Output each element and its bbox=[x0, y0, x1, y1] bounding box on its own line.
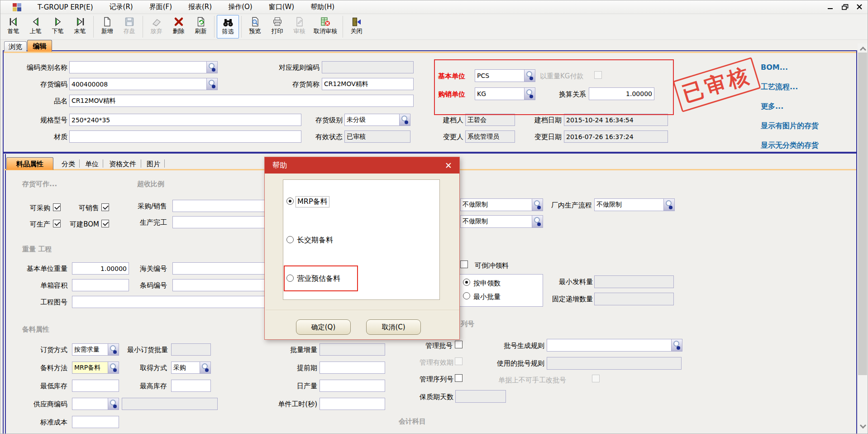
lookup-icon[interactable] bbox=[399, 114, 410, 125]
lookup-icon[interactable] bbox=[206, 78, 217, 90]
manage-serial-checkbox[interactable] bbox=[455, 374, 463, 382]
toolbar-cancel-audit-button[interactable]: 取消审核 bbox=[310, 15, 340, 39]
toolbar-delete-button[interactable]: 删除 bbox=[167, 15, 190, 39]
subtab-material-props[interactable]: 料品属性 bbox=[6, 157, 53, 170]
minimize-icon[interactable] bbox=[827, 4, 834, 10]
unit-hours-field[interactable] bbox=[320, 398, 385, 410]
modifier-field: 系统管理员 bbox=[465, 130, 515, 143]
dialog-option-longterm-label[interactable]: 长交期备料 bbox=[297, 236, 333, 245]
prepare-method-field[interactable]: MRP备料 bbox=[72, 362, 119, 374]
toolbar-next-button[interactable]: 下笔 bbox=[47, 15, 69, 39]
dialog-option-mrp-radio[interactable] bbox=[286, 198, 294, 205]
tab-browse[interactable]: 浏览 bbox=[4, 41, 27, 52]
purchasable-checkbox[interactable] bbox=[53, 203, 61, 211]
dialog-option-forecast-label[interactable]: 营业预估备料 bbox=[297, 274, 340, 284]
no-manual-batch-label: 单据上不可手工改批号 bbox=[498, 376, 589, 384]
more-link[interactable]: 更多... bbox=[761, 102, 783, 111]
material-field[interactable] bbox=[69, 130, 301, 143]
product-name-field[interactable]: CR12MOV精料 bbox=[69, 95, 414, 107]
lookup-icon[interactable] bbox=[200, 362, 210, 373]
toolbar-preview-button[interactable]: 预览 bbox=[244, 15, 266, 39]
shelf-life-field[interactable] bbox=[455, 390, 506, 403]
subtab-qualification[interactable]: 资格文件 bbox=[105, 160, 140, 168]
toolbar-filter-button[interactable]: 筛选 bbox=[217, 15, 239, 39]
acquire-mode-field[interactable]: 采购 bbox=[171, 362, 211, 374]
inventory-code-field[interactable]: 400400008 bbox=[69, 78, 218, 90]
menu-operate[interactable]: 操作(O) bbox=[228, 3, 253, 11]
toolbar-add-button[interactable]: 新增 bbox=[96, 15, 118, 39]
inventory-short-field[interactable]: CR12MOV精料 bbox=[322, 78, 414, 90]
lookup-icon[interactable] bbox=[532, 216, 543, 227]
close-window-icon[interactable] bbox=[856, 4, 863, 10]
menu-app[interactable]: T-GROUP ERP(E) bbox=[38, 3, 93, 11]
modify-date-label: 变更日期 bbox=[528, 133, 562, 141]
dialog-option-longterm-radio[interactable] bbox=[286, 236, 294, 243]
min-stock-field[interactable] bbox=[72, 380, 119, 392]
supplier-name-field bbox=[122, 398, 218, 410]
menu-window[interactable]: 窗口(W) bbox=[269, 3, 295, 11]
manage-batch-checkbox[interactable] bbox=[455, 341, 463, 348]
spec-field[interactable]: 250*240*35 bbox=[69, 114, 301, 126]
backflush-checkbox[interactable] bbox=[460, 260, 468, 268]
toolbar-prev-button[interactable]: 上笔 bbox=[24, 15, 47, 39]
lookup-icon[interactable] bbox=[524, 88, 535, 100]
toolbar-print-button[interactable]: 打印 bbox=[266, 15, 288, 39]
bom-link[interactable]: BOM... bbox=[761, 63, 788, 72]
menu-help[interactable]: 帮助(H) bbox=[310, 3, 334, 11]
lookup-icon[interactable] bbox=[524, 70, 535, 82]
dialog-ok-button[interactable]: 确定(Q) bbox=[296, 319, 351, 335]
vertical-scrollbar[interactable] bbox=[858, 43, 868, 434]
bom-allowed-checkbox[interactable] bbox=[101, 220, 109, 227]
trade-unit-field[interactable]: KG bbox=[475, 87, 535, 100]
header-panel-accent bbox=[4, 52, 856, 53]
order-mode-field[interactable]: 按需求量 bbox=[72, 343, 119, 356]
lookup-icon[interactable] bbox=[206, 62, 217, 73]
toolbar-close-button[interactable]: 关闭 bbox=[345, 15, 367, 39]
menu-interface[interactable]: 界面(F) bbox=[149, 3, 172, 11]
dialog-title-bar[interactable]: 帮助 bbox=[265, 157, 459, 174]
menu-record[interactable]: 记录(R) bbox=[110, 3, 133, 11]
lookup-icon[interactable] bbox=[663, 199, 674, 211]
std-cost-field[interactable] bbox=[72, 416, 119, 428]
restore-icon[interactable] bbox=[841, 4, 849, 10]
batch-rule-field[interactable] bbox=[547, 339, 682, 352]
dialog-option-forecast-radio[interactable] bbox=[286, 275, 294, 282]
lookup-icon[interactable] bbox=[108, 362, 119, 373]
subtab-picture[interactable]: 图片 bbox=[143, 160, 163, 168]
box-volume-field[interactable] bbox=[72, 279, 129, 291]
lookup-icon[interactable] bbox=[108, 398, 119, 410]
daily-output-field[interactable] bbox=[320, 380, 385, 392]
restriction-field-2[interactable]: 不做限制 bbox=[460, 215, 543, 228]
base-unit-field[interactable]: PCS bbox=[475, 69, 535, 82]
lookup-icon[interactable] bbox=[532, 199, 543, 211]
show-with-images-link[interactable]: 显示有图片的存货 bbox=[761, 121, 819, 131]
subtab-unit[interactable]: 单位 bbox=[82, 160, 102, 168]
supplier-code-field[interactable] bbox=[72, 398, 119, 410]
factory-flow-field[interactable]: 不做限制 bbox=[594, 198, 675, 211]
show-unclassified-link[interactable]: 显示无分类的存货 bbox=[761, 141, 819, 150]
level-field[interactable]: 未分级 bbox=[344, 114, 410, 126]
restriction-field-1[interactable]: 不做限制 bbox=[460, 198, 543, 211]
toolbar-first-button[interactable]: 首笔 bbox=[2, 15, 24, 39]
code-category-field[interactable] bbox=[69, 61, 218, 73]
lookup-icon[interactable] bbox=[671, 339, 682, 351]
dialog-cancel-button[interactable]: 取消(C) bbox=[366, 319, 421, 335]
menu-report[interactable]: 报表(R) bbox=[188, 3, 212, 11]
lead-time-field[interactable] bbox=[320, 362, 385, 374]
dialog-option-mrp-label[interactable]: MRP备料 bbox=[296, 197, 329, 207]
dialog-close-icon[interactable]: ✕ bbox=[443, 160, 454, 171]
lookup-icon[interactable] bbox=[108, 344, 119, 355]
conversion-field[interactable]: 1.00000 bbox=[589, 87, 654, 100]
producible-checkbox[interactable] bbox=[53, 220, 61, 227]
process-flow-link[interactable]: 工艺流程... bbox=[761, 82, 798, 92]
toolbar-last-button[interactable]: 末笔 bbox=[69, 15, 91, 39]
by-request-radio[interactable] bbox=[463, 279, 470, 286]
tab-edit[interactable]: 编辑 bbox=[27, 40, 52, 52]
min-batch-radio[interactable] bbox=[463, 292, 470, 299]
sellable-checkbox[interactable] bbox=[101, 203, 109, 211]
subtab-category[interactable]: 分类 bbox=[58, 160, 78, 168]
max-stock-field[interactable] bbox=[171, 380, 211, 392]
scrollbar-thumb[interactable] bbox=[858, 53, 867, 375]
toolbar-refresh-button[interactable]: 刷新 bbox=[190, 15, 212, 39]
base-weight-field[interactable]: 1.00000 bbox=[72, 262, 129, 275]
